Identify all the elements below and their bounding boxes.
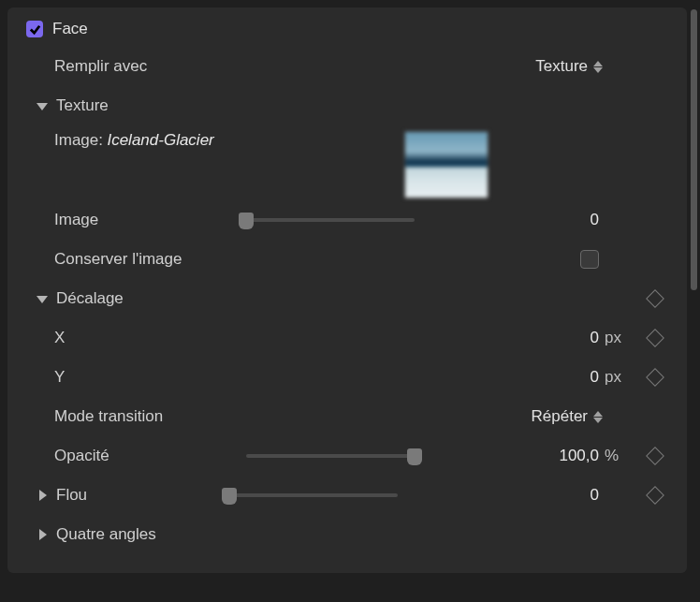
image-slider-label: Image xyxy=(54,211,246,229)
slider-thumb[interactable] xyxy=(407,448,422,465)
offset-x-label: X xyxy=(54,329,246,347)
fill-with-value: Texture xyxy=(535,57,588,76)
image-slider-row: Image 0 xyxy=(7,200,687,240)
fill-with-label: Remplir avec xyxy=(54,57,429,76)
scrollbar[interactable] xyxy=(691,9,697,290)
mode-transition-value: Répéter xyxy=(532,407,588,426)
four-corners-section-header[interactable]: Quatre angles xyxy=(7,515,687,554)
preserve-image-row: Conserver l'image xyxy=(7,240,687,279)
texture-image-name: Iceland-Glacier xyxy=(107,131,213,150)
texture-section-header[interactable]: Texture xyxy=(7,86,687,125)
face-title: Face xyxy=(52,20,88,38)
fill-with-select[interactable]: Texture xyxy=(535,57,605,76)
slider-thumb[interactable] xyxy=(222,488,237,505)
opacity-slider[interactable] xyxy=(246,454,415,458)
opacity-unit: % xyxy=(605,447,638,465)
texture-image-row: Image: Iceland-Glacier xyxy=(7,125,687,200)
updown-icon xyxy=(593,59,605,74)
opacity-value[interactable]: 100,0 xyxy=(433,447,605,465)
mode-transition-row: Mode transition Répéter xyxy=(7,397,687,436)
offset-x-value[interactable]: 0 xyxy=(433,329,605,347)
inspector-panel: Face Remplir avec Texture Texture Image:… xyxy=(7,7,687,573)
offset-section-label: Décalage xyxy=(56,289,638,308)
offset-y-value[interactable]: 0 xyxy=(433,368,605,387)
mode-transition-select[interactable]: Répéter xyxy=(532,407,605,426)
chevron-down-icon xyxy=(36,99,49,112)
offset-x-unit: px xyxy=(605,329,638,347)
chevron-right-icon xyxy=(36,489,49,502)
offset-y-unit: px xyxy=(605,368,638,387)
offset-section-header[interactable]: Décalage xyxy=(7,279,687,318)
keyframe-icon[interactable] xyxy=(646,447,664,465)
offset-y-label: Y xyxy=(54,368,246,387)
keyframe-icon[interactable] xyxy=(646,486,664,505)
blur-section-header[interactable]: Flou 0 xyxy=(7,476,687,515)
slider-thumb[interactable] xyxy=(239,213,254,229)
blur-value[interactable]: 0 xyxy=(416,486,605,505)
offset-y-row: Y 0 px xyxy=(7,358,687,397)
mode-transition-label: Mode transition xyxy=(54,407,382,426)
face-section-header: Face xyxy=(7,11,687,47)
blur-label: Flou xyxy=(56,486,229,505)
updown-icon xyxy=(593,409,605,424)
opacity-label: Opacité xyxy=(54,447,246,465)
chevron-right-icon xyxy=(36,528,49,541)
keyframe-icon[interactable] xyxy=(646,289,664,308)
chevron-down-icon xyxy=(36,292,49,305)
offset-x-row: X 0 px xyxy=(7,318,687,358)
fill-with-row: Remplir avec Texture xyxy=(7,47,687,86)
preserve-image-label: Conserver l'image xyxy=(54,250,433,269)
face-checkbox[interactable] xyxy=(26,21,43,37)
texture-thumbnail[interactable] xyxy=(404,131,489,198)
texture-image-label: Image: xyxy=(54,131,103,150)
blur-slider[interactable] xyxy=(229,493,398,497)
texture-section-label: Texture xyxy=(56,96,109,115)
image-slider-value[interactable]: 0 xyxy=(433,211,605,229)
image-slider[interactable] xyxy=(246,218,415,222)
keyframe-icon[interactable] xyxy=(646,329,664,347)
keyframe-icon[interactable] xyxy=(646,368,664,387)
preserve-image-checkbox[interactable] xyxy=(580,250,599,269)
opacity-row: Opacité 100,0 % xyxy=(7,436,687,476)
four-corners-label: Quatre angles xyxy=(56,525,156,544)
